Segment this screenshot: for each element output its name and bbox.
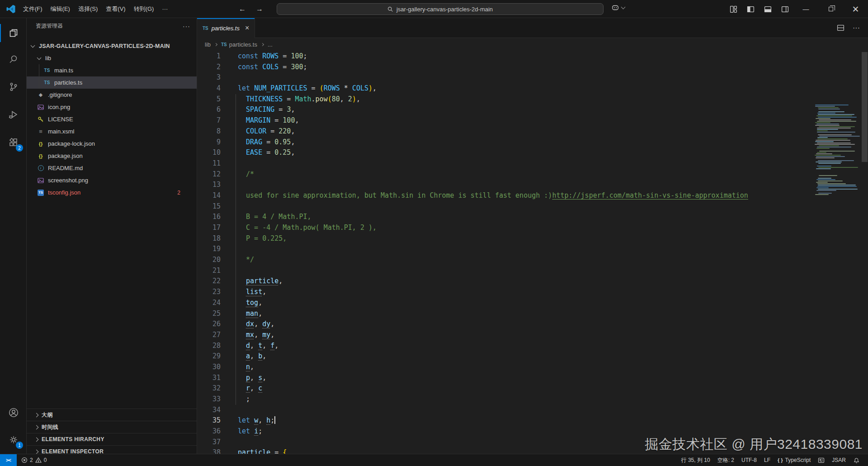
line-number[interactable]: 7: [197, 115, 221, 126]
line-text[interactable]: MARGIN = 100,: [221, 115, 299, 126]
code-line-23[interactable]: 23 list,: [197, 287, 868, 298]
editor-scrollbar[interactable]: [862, 52, 868, 162]
code-line-30[interactable]: 30 n,: [197, 362, 868, 373]
tree-item-icon.png[interactable]: icon.png: [27, 101, 197, 113]
line-number[interactable]: 9: [197, 137, 221, 148]
nav-back-icon[interactable]: ←: [239, 5, 246, 13]
line-number[interactable]: 5: [197, 94, 221, 105]
code-line-25[interactable]: 25 man,: [197, 309, 868, 319]
line-number[interactable]: 31: [197, 373, 221, 384]
code-editor[interactable]: 1const ROWS = 100;2const COLS = 300;34le…: [197, 51, 868, 454]
line-text[interactable]: let i;: [221, 426, 262, 437]
line-number[interactable]: 2: [197, 62, 221, 73]
line-number[interactable]: 18: [197, 233, 221, 244]
code-line-13[interactable]: 13: [197, 180, 868, 190]
line-number[interactable]: 32: [197, 383, 221, 394]
line-text[interactable]: COLOR = 220,: [221, 126, 295, 137]
code-line-22[interactable]: 22 particle,: [197, 276, 868, 287]
code-line-35[interactable]: 35let w, h;: [197, 415, 868, 426]
tab-particles-ts[interactable]: TS particles.ts ×: [197, 18, 255, 38]
code-line-9[interactable]: 9 DRAG = 0.95,: [197, 137, 868, 148]
tree-item-screenshot.png[interactable]: screenshot.png: [27, 174, 197, 186]
section-ELEMENTS HIRARCHY[interactable]: ELEMENTS HIRARCHY: [27, 433, 197, 445]
tree-item-LICENSE[interactable]: LICENSE: [27, 113, 197, 125]
menu-item[interactable]: 查看(V): [102, 3, 129, 15]
line-text[interactable]: [221, 244, 238, 255]
line-number[interactable]: 23: [197, 287, 221, 298]
code-line-19[interactable]: 19: [197, 244, 868, 255]
split-editor-icon[interactable]: [837, 24, 844, 32]
line-text[interactable]: THICKNESS = Math.pow(80, 2),: [221, 94, 360, 105]
status-item-行 35, 列 10[interactable]: 行 35, 列 10: [678, 454, 714, 466]
line-number[interactable]: 24: [197, 298, 221, 309]
line-text[interactable]: [221, 266, 238, 276]
tree-item-.gitignore[interactable]: ◆.gitignore: [27, 89, 197, 101]
line-text[interactable]: B = 4 / Math.PI,: [221, 212, 311, 223]
breadcrumb-item[interactable]: lib: [205, 41, 211, 48]
toggle-secondary-sidebar-button[interactable]: [776, 0, 793, 18]
tree-item-main.ts[interactable]: TSmain.ts: [27, 64, 197, 76]
line-text[interactable]: mx, my,: [221, 330, 274, 341]
tab-close-icon[interactable]: ×: [245, 24, 249, 32]
line-text[interactable]: [221, 72, 238, 83]
toggle-sidebar-button[interactable]: [742, 0, 759, 18]
line-text[interactable]: n,: [221, 362, 254, 373]
status-item[interactable]: [814, 454, 828, 466]
activity-extensions[interactable]: 2: [0, 132, 27, 153]
status-item-JSAR[interactable]: JSAR: [828, 454, 849, 466]
tree-item-tsconfig.json[interactable]: TStsconfig.json2: [27, 186, 197, 199]
code-line-8[interactable]: 8 COLOR = 220,: [197, 126, 868, 137]
line-number[interactable]: 17: [197, 223, 221, 233]
code-line-4[interactable]: 4let NUM_PARTICLES = (ROWS * COLS),: [197, 83, 868, 94]
line-text[interactable]: [221, 180, 238, 190]
minimize-button[interactable]: —: [793, 0, 818, 18]
section-时间线[interactable]: 时间线: [27, 421, 197, 433]
line-text[interactable]: dx, dy,: [221, 319, 274, 330]
code-line-24[interactable]: 24 tog,: [197, 298, 868, 309]
status-item[interactable]: [849, 454, 863, 466]
line-text[interactable]: p, s,: [221, 373, 266, 384]
line-text[interactable]: a, b,: [221, 351, 266, 362]
line-text[interactable]: /*: [221, 169, 254, 180]
line-number[interactable]: 14: [197, 190, 221, 201]
code-line-17[interactable]: 17 C = -4 / Math.pow( Math.PI, 2 ),: [197, 223, 868, 233]
line-number[interactable]: 10: [197, 147, 221, 158]
line-number[interactable]: 36: [197, 426, 221, 437]
breadcrumb-item[interactable]: ...: [268, 41, 273, 48]
code-line-20[interactable]: 20 */: [197, 255, 868, 266]
code-line-27[interactable]: 27 mx, my,: [197, 330, 868, 341]
line-number[interactable]: 25: [197, 309, 221, 319]
activity-settings[interactable]: 1: [0, 429, 27, 451]
line-text[interactable]: used for sine approximation, but Math.si…: [221, 190, 748, 201]
line-number[interactable]: 4: [197, 83, 221, 94]
line-number[interactable]: 13: [197, 180, 221, 190]
code-line-11[interactable]: 11: [197, 158, 868, 169]
restore-button[interactable]: [818, 0, 843, 18]
code-line-6[interactable]: 6 SPACING = 3,: [197, 105, 868, 115]
line-text[interactable]: [221, 405, 238, 416]
line-text[interactable]: [221, 437, 238, 448]
code-line-28[interactable]: 28 d, t, f,: [197, 341, 868, 352]
line-text[interactable]: let NUM_PARTICLES = (ROWS * COLS),: [221, 83, 377, 94]
code-line-34[interactable]: 34: [197, 405, 868, 416]
code-line-2[interactable]: 2const COLS = 300;: [197, 62, 868, 73]
line-number[interactable]: 35: [197, 415, 221, 426]
line-number[interactable]: 21: [197, 266, 221, 276]
line-text[interactable]: C = -4 / Math.pow( Math.PI, 2 ),: [221, 223, 377, 233]
status-item-UTF-8[interactable]: UTF-8: [738, 454, 760, 466]
line-text[interactable]: list,: [221, 287, 266, 298]
code-line-14[interactable]: 14 used for sine approximation, but Math…: [197, 190, 868, 201]
status-item-LF[interactable]: LF: [760, 454, 774, 466]
code-line-3[interactable]: 3: [197, 72, 868, 83]
tree-item-README.md[interactable]: iREADME.md: [27, 162, 197, 174]
line-number[interactable]: 34: [197, 405, 221, 416]
toggle-panel-button[interactable]: [759, 0, 776, 18]
menu-item[interactable]: 选择(S): [74, 3, 102, 15]
line-number[interactable]: 15: [197, 201, 221, 212]
line-number[interactable]: 1: [197, 51, 221, 62]
tree-item-main.xsml[interactable]: ≡main.xsml: [27, 125, 197, 138]
editor-more-actions[interactable]: ···: [853, 24, 860, 32]
line-text[interactable]: [221, 201, 238, 212]
tree-item-particles.ts[interactable]: TSparticles.ts: [27, 76, 197, 89]
line-text[interactable]: */: [221, 255, 254, 266]
